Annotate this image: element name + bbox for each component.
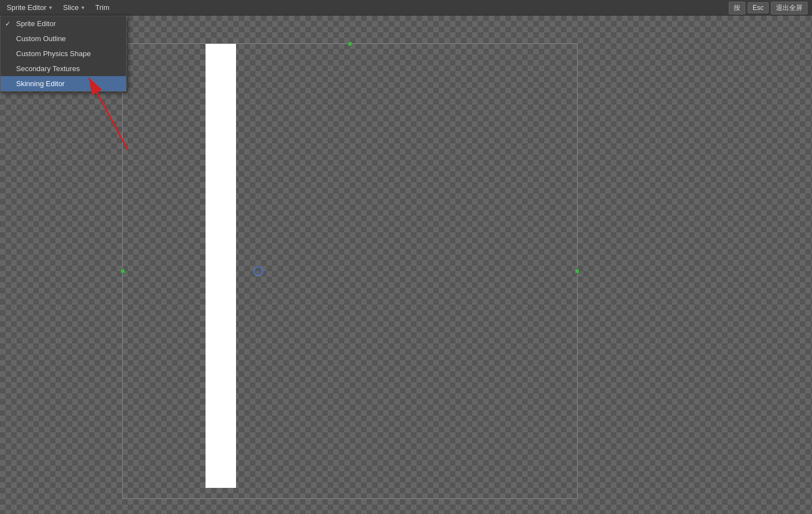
- exit-fullscreen-button[interactable]: 退出全屏: [771, 2, 808, 14]
- dropdown-label-custom-physics-shape: Custom Physics Shape: [16, 49, 91, 58]
- slice-menu[interactable]: Slice ▼: [58, 2, 89, 13]
- dropdown-item-sprite-editor[interactable]: ✓ Sprite Editor: [1, 16, 126, 31]
- trim-menu-label: Trim: [96, 3, 110, 12]
- trim-menu[interactable]: Trim: [91, 2, 114, 13]
- sprite-editor-menu-arrow: ▼: [48, 5, 53, 11]
- sprite-editor-menu[interactable]: Sprite Editor ▼: [2, 2, 57, 13]
- esc-button[interactable]: Esc: [748, 2, 769, 13]
- dropdown-item-secondary-textures[interactable]: Secondary Textures: [1, 61, 126, 76]
- dropdown-item-custom-outline[interactable]: Custom Outline: [1, 31, 126, 46]
- ctrl-btn-1[interactable]: 按: [729, 2, 745, 14]
- checkmark-sprite-editor: ✓: [5, 20, 11, 28]
- dropdown-label-skinning-editor: Skinning Editor: [16, 79, 64, 88]
- dropdown-label-secondary-textures: Secondary Textures: [16, 64, 80, 73]
- dropdown-label-sprite-editor: Sprite Editor: [16, 19, 56, 28]
- dropdown-item-skinning-editor[interactable]: Skinning Editor: [1, 76, 126, 91]
- pivot-point[interactable]: [253, 266, 263, 276]
- dropdown-label-custom-outline: Custom Outline: [16, 34, 66, 43]
- menubar: Sprite Editor ▼ Slice ▼ Trim: [0, 0, 812, 16]
- sprite-canvas: [205, 43, 236, 488]
- slice-menu-label: Slice: [63, 3, 78, 12]
- dropdown-item-custom-physics-shape[interactable]: Custom Physics Shape: [1, 46, 126, 61]
- sprite-editor-menu-label: Sprite Editor: [7, 3, 47, 12]
- slice-menu-arrow: ▼: [81, 5, 86, 11]
- top-right-controls: 按 Esc 退出全屏: [729, 0, 812, 16]
- sprite-editor-dropdown: ✓ Sprite Editor Custom Outline Custom Ph…: [0, 16, 127, 92]
